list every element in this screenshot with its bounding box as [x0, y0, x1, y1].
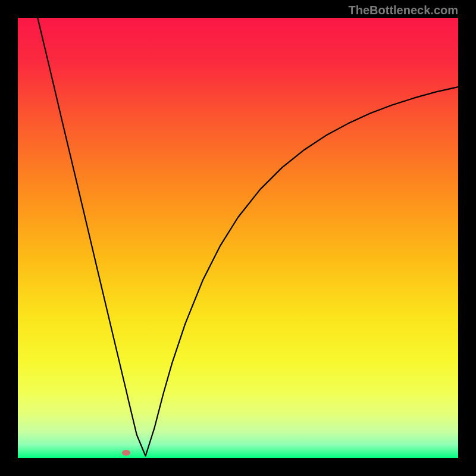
- watermark-text: TheBottleneck.com: [349, 4, 458, 17]
- bottleneck-curve: [37, 18, 458, 456]
- chart-container: TheBottleneck.com: [0, 0, 476, 476]
- plot-area: [18, 18, 458, 458]
- curve-layer: [18, 18, 458, 458]
- minimum-marker: [122, 450, 130, 456]
